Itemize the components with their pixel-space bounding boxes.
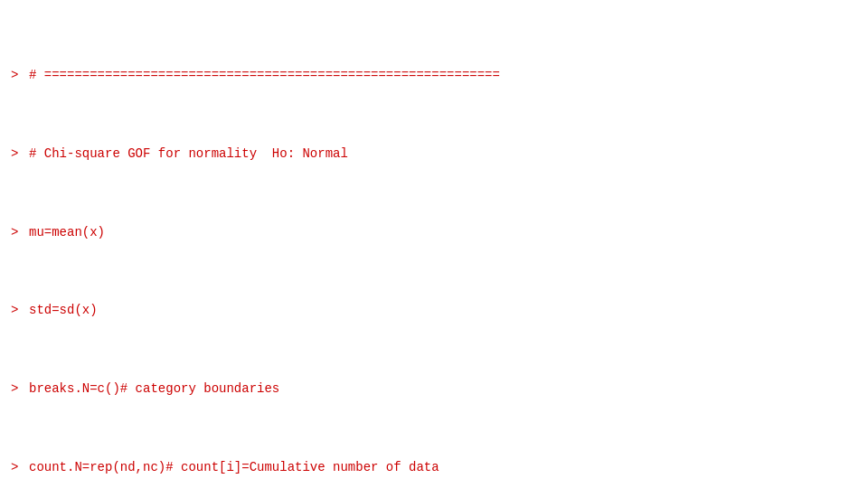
code-line-4: > std=sd(x) xyxy=(11,301,857,321)
code-line-2: > # Chi-square GOF for normality Ho: Nor… xyxy=(11,145,857,164)
code-text: breaks.N=c()# category boundaries xyxy=(29,380,279,399)
prompt: > xyxy=(11,301,25,321)
prompt: > xyxy=(11,380,25,399)
prompt: > xyxy=(11,223,25,243)
code-text: count.N=rep(nd,nc)# count[i]=Cumulative … xyxy=(29,458,439,478)
code-line-3: > mu=mean(x) xyxy=(11,223,857,243)
prompt: > xyxy=(11,145,25,164)
code-block: > # ====================================… xyxy=(11,7,857,488)
code-text: mu=mean(x) xyxy=(29,223,105,243)
code-line-6: > count.N=rep(nd,nc)# count[i]=Cumulativ… xyxy=(11,458,857,478)
prompt: > xyxy=(11,66,25,86)
code-line-1: > # ====================================… xyxy=(11,66,857,86)
prompt: > xyxy=(11,458,25,478)
code-text: # Chi-square GOF for normality Ho: Norma… xyxy=(29,145,348,164)
code-text: std=sd(x) xyxy=(29,301,98,321)
code-line-5: > breaks.N=c()# category boundaries xyxy=(11,380,857,399)
code-text: # ======================================… xyxy=(29,66,500,86)
